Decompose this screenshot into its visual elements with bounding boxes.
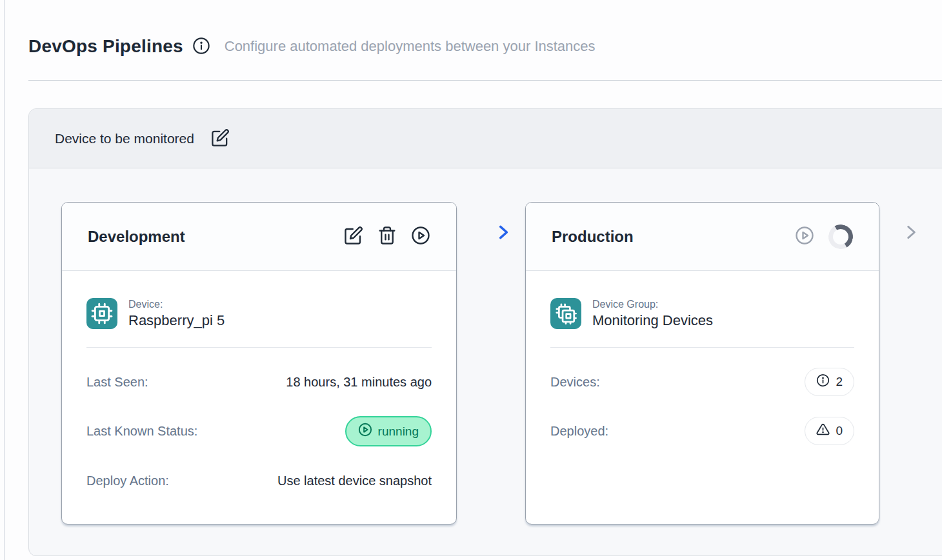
stage-title-development: Development xyxy=(88,228,185,246)
chevron-right-icon[interactable] xyxy=(903,223,919,242)
last-seen-label: Last Seen: xyxy=(86,375,148,390)
devices-count-pill[interactable]: 2 xyxy=(805,368,854,396)
device-label: Device: xyxy=(128,299,225,310)
trash-icon xyxy=(377,226,397,247)
device-name: Raspberry_pi 5 xyxy=(128,312,225,329)
last-known-status-label: Last Known Status: xyxy=(86,424,197,439)
info-circle-icon xyxy=(816,374,830,390)
deploy-action-row: Deploy Action: Use latest device snapsho… xyxy=(86,466,432,495)
left-divider xyxy=(4,0,5,560)
development-card-header: Development xyxy=(62,203,456,271)
status-badge: running xyxy=(345,416,432,446)
deployed-label: Deployed: xyxy=(550,424,608,439)
device-group-row: Device Group: Monitoring Devices xyxy=(550,298,854,329)
alert-triangle-icon xyxy=(816,423,830,439)
deploy-action-label: Deploy Action: xyxy=(86,474,169,488)
card-divider xyxy=(86,347,432,348)
last-seen-row: Last Seen: 18 hours, 31 minutes ago xyxy=(86,367,432,397)
devices-row: Devices: 2 xyxy=(550,367,854,397)
last-known-status-row: Last Known Status: running xyxy=(86,416,432,446)
edit-icon xyxy=(344,226,363,247)
pipeline-panel: Device to be monitored Development xyxy=(28,108,942,556)
play-circle-icon xyxy=(411,226,430,247)
production-card-body: Device Group: Monitoring Devices Devices… xyxy=(526,298,879,446)
pipeline-panel-body: Development xyxy=(29,168,942,556)
deploy-action-value: Use latest device snapshot xyxy=(277,474,432,488)
edit-pipeline-button[interactable] xyxy=(211,128,230,149)
edit-stage-button[interactable] xyxy=(344,226,363,247)
pipeline-panel-header: Device to be monitored xyxy=(29,109,942,168)
deployed-count: 0 xyxy=(836,424,843,438)
device-row: Device: Raspberry_pi 5 xyxy=(86,298,432,329)
device-group-info: Device Group: Monitoring Devices xyxy=(592,299,713,329)
header-divider xyxy=(28,80,942,81)
status-badge-label: running xyxy=(378,425,419,439)
development-card-actions xyxy=(344,226,430,247)
loading-spinner-icon xyxy=(826,221,856,252)
device-group-label: Device Group: xyxy=(592,299,713,310)
page-header: DevOps Pipelines Configure automated dep… xyxy=(28,36,596,57)
play-circle-icon xyxy=(358,423,372,440)
card-divider xyxy=(550,347,854,348)
page-title: DevOps Pipelines xyxy=(28,36,183,57)
last-seen-value: 18 hours, 31 minutes ago xyxy=(286,375,432,390)
device-info: Device: Raspberry_pi 5 xyxy=(128,299,225,329)
deployed-row: Deployed: 0 xyxy=(550,416,854,446)
chevron-right-icon xyxy=(495,223,512,242)
panel-title: Device to be monitored xyxy=(55,131,194,146)
info-circle-icon xyxy=(192,37,210,57)
delete-stage-button[interactable] xyxy=(377,226,397,247)
run-stage-button-disabled[interactable] xyxy=(795,226,814,247)
development-stage-card: Development xyxy=(61,202,457,525)
production-card-actions xyxy=(795,225,853,249)
edit-icon xyxy=(211,128,230,149)
development-card-body: Device: Raspberry_pi 5 Last Seen: 18 hou… xyxy=(62,298,456,495)
production-stage-card: Production xyxy=(525,202,879,525)
run-stage-button[interactable] xyxy=(411,226,430,247)
page-info-button[interactable] xyxy=(192,37,210,57)
cpu-chip-icon xyxy=(86,298,117,329)
cpu-chip-group-icon xyxy=(550,298,581,329)
page-subtitle: Configure automated deployments between … xyxy=(225,38,596,55)
deployed-count-pill[interactable]: 0 xyxy=(805,417,854,445)
production-card-header: Production xyxy=(526,203,879,271)
device-group-name: Monitoring Devices xyxy=(592,312,713,329)
stage-title-production: Production xyxy=(552,228,634,246)
devices-count: 2 xyxy=(836,375,843,389)
devices-label: Devices: xyxy=(550,375,600,390)
play-circle-icon xyxy=(795,226,814,247)
